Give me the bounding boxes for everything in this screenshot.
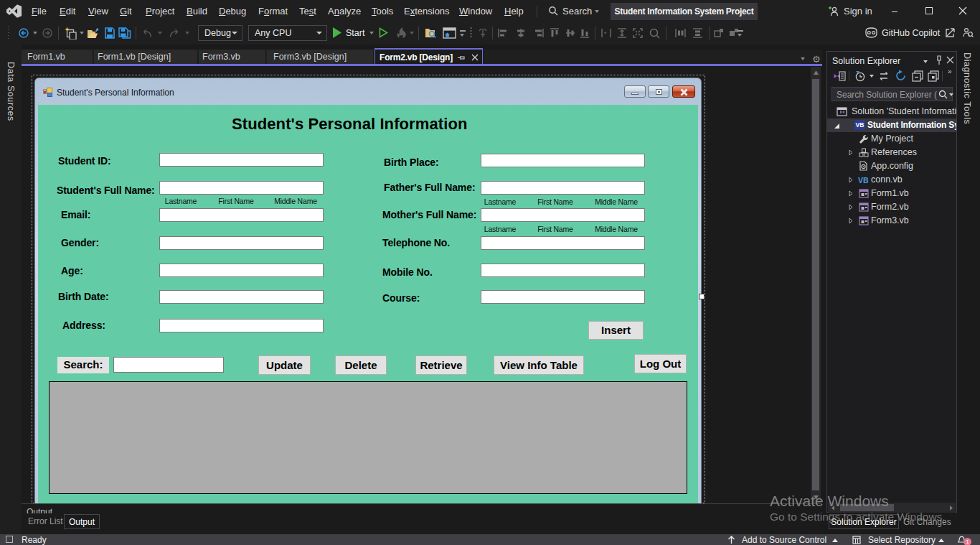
svg-text:*: * xyxy=(604,30,607,37)
